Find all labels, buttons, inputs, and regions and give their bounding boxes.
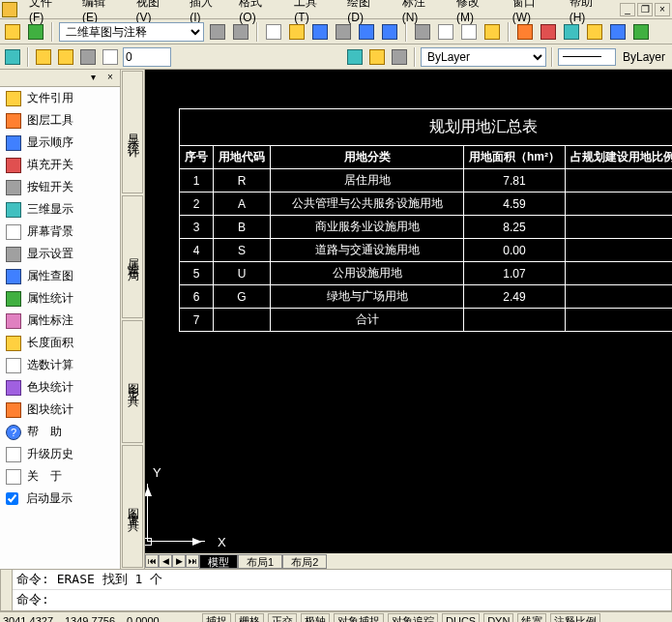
panel-close-icon[interactable]: × bbox=[103, 72, 117, 85]
tool-display-settings[interactable]: 显示设置 bbox=[0, 243, 120, 265]
menu-modify[interactable]: 修改(M) bbox=[453, 0, 501, 24]
tool-btn-c[interactable] bbox=[562, 22, 581, 42]
status-polar[interactable]: 极轴 bbox=[301, 613, 330, 622]
menu-help[interactable]: 帮助(H) bbox=[566, 0, 612, 24]
menu-insert[interactable]: 插入(I) bbox=[186, 0, 227, 24]
ucs-x-label: X bbox=[218, 535, 226, 549]
lock-icon[interactable] bbox=[78, 47, 98, 67]
open-file-icon[interactable] bbox=[287, 22, 307, 42]
new-file-icon[interactable] bbox=[264, 22, 283, 42]
cad-land-table: 序号 用地代码 用地分类 用地面积（hm²） 占规划建设用地比例 1R居住用地7… bbox=[179, 145, 672, 332]
layers-icon-4[interactable] bbox=[390, 47, 409, 67]
bylayer-dropdown[interactable]: ByLayer bbox=[421, 47, 546, 67]
tool-block-stats[interactable]: 图块统计 bbox=[0, 399, 120, 421]
tool-update-history[interactable]: 升级历史 bbox=[0, 443, 120, 465]
cut-icon[interactable] bbox=[413, 22, 432, 42]
tab-nav-first[interactable]: ⏮ bbox=[145, 554, 159, 568]
tab-nav-last[interactable]: ⏭ bbox=[186, 554, 199, 568]
tool-screen-background[interactable]: 屏幕背景 bbox=[0, 221, 120, 243]
layers-icon-3[interactable] bbox=[367, 47, 387, 67]
workspace-dropdown[interactable]: 二维草图与注释 bbox=[59, 22, 204, 42]
menu-tools[interactable]: 工具(T) bbox=[290, 0, 336, 24]
tool-btn-a[interactable] bbox=[515, 22, 535, 42]
ucs-y-label: Y bbox=[153, 465, 161, 480]
status-dyn[interactable]: DYN bbox=[483, 613, 513, 622]
th-code: 用地代码 bbox=[214, 146, 271, 169]
layer-stack-icon[interactable] bbox=[3, 47, 22, 67]
status-ortho[interactable]: 正交 bbox=[268, 613, 297, 622]
menu-view[interactable]: 视图(V) bbox=[132, 0, 179, 24]
palette-attr-layout[interactable]: 属性布局 bbox=[122, 195, 143, 318]
redo-icon[interactable] bbox=[380, 22, 399, 42]
tool-btn-1[interactable] bbox=[3, 22, 22, 42]
window-minimize-button[interactable]: _ bbox=[620, 3, 635, 16]
status-lwt[interactable]: 线宽 bbox=[517, 613, 546, 622]
tool-button-toggle[interactable]: 按钮开关 bbox=[0, 176, 120, 198]
command-window[interactable]: 命令: ERASE 找到 1 个 命令: bbox=[0, 569, 672, 611]
tool-attr-query[interactable]: 属性查图 bbox=[0, 265, 120, 287]
tool-attr-label[interactable]: 属性标注 bbox=[0, 310, 120, 332]
tab-layout2[interactable]: 布局2 bbox=[282, 554, 327, 569]
tool-btn-2[interactable] bbox=[26, 22, 45, 42]
print-icon[interactable] bbox=[334, 22, 353, 42]
linetype-display[interactable] bbox=[558, 48, 616, 66]
status-annoscale[interactable]: 注释比例 bbox=[550, 613, 600, 622]
command-grip[interactable] bbox=[1, 570, 13, 610]
menu-edit[interactable]: 编辑(E) bbox=[78, 0, 125, 24]
tool-help[interactable]: ?帮 助 bbox=[0, 421, 120, 443]
layers-icon-2[interactable] bbox=[345, 47, 365, 67]
bulb-icon[interactable] bbox=[34, 47, 53, 67]
tool-hatch-toggle[interactable]: 填充开关 bbox=[0, 154, 120, 176]
window-close-button[interactable]: × bbox=[655, 3, 670, 16]
settings-icon[interactable] bbox=[208, 22, 227, 42]
menu-draw[interactable]: 绘图(D) bbox=[343, 0, 390, 24]
tab-nav-prev[interactable]: ◀ bbox=[159, 554, 172, 568]
tool-btn-f[interactable] bbox=[631, 22, 651, 42]
palette-display-stats[interactable]: 显示统计 bbox=[122, 71, 143, 193]
window-restore-button[interactable]: ❐ bbox=[637, 3, 653, 16]
paste-icon[interactable] bbox=[459, 22, 479, 42]
status-grid[interactable]: 栅格 bbox=[235, 613, 264, 622]
menu-window[interactable]: 窗口(W) bbox=[509, 0, 558, 24]
tool-3d-display[interactable]: 三维显示 bbox=[0, 198, 120, 221]
status-osnap[interactable]: 对象捕捉 bbox=[334, 613, 384, 622]
tab-nav-next[interactable]: ▶ bbox=[172, 554, 186, 568]
tool-display-order[interactable]: 显示顺序 bbox=[0, 132, 120, 154]
tool-about[interactable]: 关 于 bbox=[0, 465, 120, 488]
tool-file-reference[interactable]: 文件引用 bbox=[0, 87, 120, 109]
palette-image-tools[interactable]: 图像工具 bbox=[122, 445, 143, 568]
menu-file[interactable]: 文件(F) bbox=[25, 0, 71, 24]
tool-select-calc[interactable]: 选数计算 bbox=[0, 354, 120, 376]
save-icon[interactable] bbox=[310, 22, 330, 42]
tool-btn-b[interactable] bbox=[539, 22, 558, 42]
ucs-y-axis bbox=[147, 484, 148, 542]
undo-icon[interactable] bbox=[357, 22, 376, 42]
palette-graphic-tools[interactable]: 图形工具 bbox=[122, 320, 143, 443]
copy-icon[interactable] bbox=[436, 22, 455, 42]
tool-startup-show[interactable]: 启动显示 bbox=[0, 488, 120, 510]
status-coord-z: 0.0000 bbox=[127, 615, 185, 623]
tool-gear-icon[interactable] bbox=[231, 22, 250, 42]
status-ducs[interactable]: DUCS bbox=[442, 613, 480, 622]
layer-input[interactable] bbox=[123, 47, 171, 67]
tool-color-stats[interactable]: 色块统计 bbox=[0, 376, 120, 399]
status-snap[interactable]: 捕捉 bbox=[202, 613, 231, 622]
startup-checkbox[interactable] bbox=[6, 492, 18, 505]
command-prompt[interactable]: 命令: bbox=[1, 590, 671, 609]
color-icon[interactable] bbox=[101, 47, 120, 67]
menu-dimension[interactable]: 标注(N) bbox=[398, 0, 445, 24]
tab-layout1[interactable]: 布局1 bbox=[238, 554, 282, 569]
model-viewport[interactable]: 规划用地汇总表 序号 用地代码 用地分类 用地面积（hm²） 占规划建设用地比例… bbox=[145, 70, 672, 569]
tool-length-area[interactable]: 长度面积 bbox=[0, 332, 120, 354]
table-row: 3B商业服务业设施用地8.25 bbox=[180, 216, 673, 239]
match-icon[interactable] bbox=[482, 22, 502, 42]
status-otrack[interactable]: 对象追踪 bbox=[388, 613, 438, 622]
menu-format[interactable]: 格式(O) bbox=[235, 0, 282, 24]
panel-menu-icon[interactable]: ▾ bbox=[86, 72, 100, 85]
tool-layer-tools[interactable]: 图层工具 bbox=[0, 109, 120, 132]
tab-model[interactable]: 模型 bbox=[199, 554, 238, 569]
sun-icon[interactable] bbox=[56, 47, 75, 67]
tool-btn-d[interactable] bbox=[585, 22, 604, 42]
tool-btn-e[interactable] bbox=[608, 22, 628, 42]
tool-attr-stats[interactable]: 属性统计 bbox=[0, 287, 120, 310]
